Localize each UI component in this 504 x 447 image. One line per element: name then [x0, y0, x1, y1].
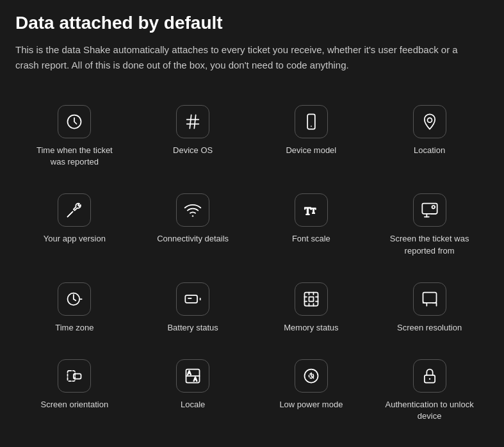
- svg-text:A: A: [193, 377, 197, 382]
- svg-rect-13: [422, 204, 437, 214]
- grid-item-connectivity: Connectivity details: [134, 181, 252, 269]
- item-label-screen-reported: Screen the ticket was reported from: [385, 233, 475, 256]
- svg-point-7: [427, 118, 432, 122]
- icon-wrapper-font-scale: TT: [295, 193, 328, 227]
- item-label-font-scale: Font scale: [292, 233, 330, 245]
- page-title: Data attached by default: [15, 13, 489, 33]
- svg-line-4: [194, 115, 195, 129]
- grid-item-authentication: Authentication to unlock device: [370, 346, 489, 435]
- features-grid: Time when the ticket was reportedDevice …: [15, 92, 489, 447]
- icon-wrapper-device-model: [295, 105, 328, 138]
- icon-wrapper-app-version: [58, 193, 91, 227]
- icon-wrapper-location: [413, 105, 446, 138]
- grid-item-device-os: Device OS: [134, 92, 252, 181]
- icon-wrapper-locale: AA: [176, 359, 209, 393]
- item-label-app-version: Your app version: [44, 233, 106, 245]
- icon-wrapper-screen-reported: [413, 193, 446, 227]
- item-label-low-power: Low power mode: [279, 399, 343, 410]
- svg-rect-5: [307, 114, 315, 129]
- grid-item-screen-resolution: Screen resolution: [370, 270, 489, 346]
- grid-item-console-logs: Timeline of console logs: [134, 435, 252, 447]
- icon-wrapper-time-ticket: [58, 105, 91, 138]
- svg-text:A: A: [188, 370, 191, 376]
- svg-point-42: [428, 378, 430, 379]
- grid-item-crash-report: Crash report stack trace: [370, 435, 489, 447]
- svg-rect-23: [304, 292, 318, 305]
- grid-item-time-ticket: Time when the ticket was reported: [15, 92, 134, 181]
- svg-point-10: [192, 216, 193, 217]
- grid-item-locale: AALocale: [134, 346, 252, 435]
- svg-line-9: [68, 213, 72, 217]
- grid-item-memory-status: Memory status: [252, 270, 371, 346]
- grid-item-screen-reported: Screen the ticket was reported from: [370, 181, 489, 269]
- grid-item-low-power: Low power mode: [252, 346, 371, 435]
- grid-item-app-version: Your app version: [15, 181, 134, 269]
- item-label-screen-resolution: Screen resolution: [397, 322, 462, 334]
- svg-rect-20: [185, 295, 197, 303]
- icon-wrapper-low-power: [295, 359, 328, 393]
- item-label-connectivity: Connectivity details: [157, 233, 229, 245]
- grid-item-font-scale: TTFont scale: [252, 181, 371, 269]
- grid-item-time-zone: Time zone: [15, 270, 134, 346]
- grid-item-app-lifecycle: Timeline of app lifecycle events: [15, 435, 134, 447]
- page-description: This is the data Shake automatically att…: [15, 42, 476, 73]
- svg-line-19: [74, 299, 76, 300]
- icon-wrapper-connectivity: [176, 193, 209, 227]
- item-label-locale: Locale: [181, 399, 205, 410]
- icon-wrapper-screen-resolution: [413, 282, 446, 316]
- grid-item-location: Location: [370, 92, 489, 181]
- item-label-device-os: Device OS: [173, 145, 213, 156]
- grid-item-ide-version: IDE version: [252, 435, 371, 447]
- item-label-screen-orientation: Screen orientation: [41, 399, 109, 410]
- icon-wrapper-battery-status: [176, 282, 209, 316]
- svg-text:T: T: [304, 205, 311, 217]
- item-label-time-zone: Time zone: [55, 322, 93, 334]
- item-label-device-model: Device model: [286, 145, 336, 156]
- icon-wrapper-device-os: [176, 105, 209, 138]
- grid-item-screen-orientation: Screen orientation: [15, 346, 134, 435]
- svg-line-3: [190, 115, 191, 129]
- icon-wrapper-memory-status: [295, 282, 328, 316]
- svg-text:T: T: [311, 207, 316, 215]
- icon-wrapper-screen-orientation: [58, 359, 91, 393]
- item-label-location: Location: [414, 145, 445, 156]
- icon-wrapper-time-zone: [58, 282, 91, 316]
- item-label-time-ticket: Time when the ticket was reported: [29, 145, 119, 168]
- grid-item-device-model: Device model: [252, 92, 371, 181]
- item-label-battery-status: Battery status: [167, 322, 218, 334]
- icon-wrapper-authentication: [413, 359, 446, 393]
- item-label-memory-status: Memory status: [284, 322, 338, 334]
- svg-point-14: [432, 206, 435, 209]
- grid-item-battery-status: Battery status: [134, 270, 252, 346]
- item-label-authentication: Authentication to unlock device: [385, 399, 475, 422]
- svg-rect-32: [423, 292, 436, 302]
